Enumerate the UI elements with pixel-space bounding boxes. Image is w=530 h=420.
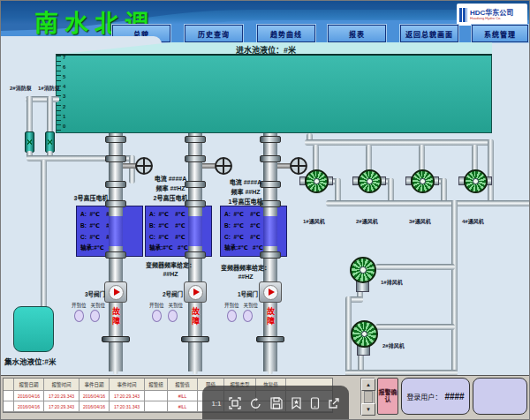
valve-indicator-2[interactable] xyxy=(184,281,207,303)
handwheel-icon xyxy=(215,157,232,175)
alarm-cell: #ILL xyxy=(168,401,198,412)
login-user-value: #### xyxy=(444,392,464,401)
aux-pump-1-label: 1#消防泵 xyxy=(38,84,60,92)
alarm-cell: 2016/04/16 xyxy=(80,391,110,401)
pump-pipe-section xyxy=(109,216,123,246)
pipe-collar xyxy=(105,136,126,143)
device-icon[interactable] xyxy=(310,397,320,409)
supply-fan-4 xyxy=(464,169,488,193)
supply-fan-4-label: 4#通风机 xyxy=(462,217,484,225)
menu-button-trend[interactable]: 趋势曲线 xyxy=(257,25,315,42)
login-user-panel: 登录用户： #### xyxy=(401,378,470,415)
close-limit-indicator xyxy=(168,310,178,322)
valve-label-2: 2号阀门 xyxy=(149,289,183,298)
exhaust-fan-2-label: 2#排风机 xyxy=(382,341,405,349)
pipe-collar xyxy=(185,136,206,143)
exhaust-fan-1 xyxy=(350,257,376,283)
vfd-setpoint-value-2: ##HZ xyxy=(133,271,208,277)
vfd-setpoint-label-2: 变频器频率给定： xyxy=(133,260,208,269)
pipe xyxy=(326,200,530,206)
spare-panel xyxy=(473,378,527,415)
alarm-cell xyxy=(145,391,168,401)
scroll-up-icon[interactable]: ▲ xyxy=(361,379,375,391)
pipe xyxy=(335,178,341,203)
viewer-toolbar-overlay: 1:1 xyxy=(202,386,349,420)
vfd-setpoint-value-1: ##HZ xyxy=(208,274,283,280)
pipe-collar xyxy=(185,251,206,259)
pipe xyxy=(375,324,455,330)
rotate-icon[interactable] xyxy=(249,397,262,410)
valve-label-1: 1号阀门 xyxy=(224,289,258,298)
supply-fan-2-label: 2#通风机 xyxy=(356,217,378,225)
intake-tank xyxy=(56,54,492,133)
crop-icon[interactable] xyxy=(229,397,241,409)
row-selector[interactable] xyxy=(4,391,14,401)
alarm-cell: 2016/04/16 xyxy=(14,401,44,412)
open-limit-indicator xyxy=(74,310,84,322)
handwheel-icon xyxy=(135,157,153,175)
current-label-2: 电流 ####A xyxy=(133,174,208,183)
menu-button-system[interactable]: 系统管理 xyxy=(472,25,528,42)
alarm-scrollbar[interactable]: ▲ ▼ xyxy=(360,378,375,415)
save-icon[interactable] xyxy=(270,397,283,409)
share-icon[interactable] xyxy=(328,397,340,409)
open-limit-label: 开到位 xyxy=(224,302,239,309)
valve-arrow-icon xyxy=(114,289,120,296)
column-header: 报警时间 xyxy=(44,379,80,391)
pipe-collar xyxy=(260,155,281,162)
aux-pump-2-label: 2#消防泵 xyxy=(10,84,32,92)
close-limit-label: 关到位 xyxy=(169,302,184,309)
motor-label-3: 3号高压电机 xyxy=(54,193,128,202)
open-limit-label: 开到位 xyxy=(149,302,164,309)
pipe xyxy=(451,200,458,375)
bookmark-star-icon[interactable] xyxy=(291,397,302,409)
menu-button-history[interactable]: 历史查询 xyxy=(185,25,243,42)
login-user-label: 登录用户： xyxy=(406,392,442,401)
valve-indicator-1[interactable] xyxy=(259,281,282,303)
scada-screen: 南水北调 HDC华东公司 Huadong Hydro Co. 总貌 历史查询 趋… xyxy=(0,0,530,420)
close-limit-label: 关到位 xyxy=(244,302,259,309)
scroll-down-icon[interactable]: ▼ xyxy=(361,403,375,416)
vfd-setpoint-label-1: 变频器频率给定： xyxy=(208,263,283,272)
alarm-ack-button[interactable]: 报警确 认 xyxy=(377,378,398,415)
fault-status-2: 故障 xyxy=(190,307,201,326)
scroll-thumb[interactable] xyxy=(364,391,373,403)
menu-button-report[interactable]: 报表 xyxy=(328,25,386,42)
alarm-cell xyxy=(145,401,168,412)
column-header: 报警组 xyxy=(145,379,168,391)
pipe-collar xyxy=(105,251,126,259)
pipe xyxy=(375,264,455,270)
gauge-number: 3 xyxy=(63,94,65,99)
column-header: 报警日期 xyxy=(14,379,44,391)
gauge-number: 7 xyxy=(63,55,65,60)
pipe xyxy=(441,178,447,203)
supply-fan-2 xyxy=(358,169,382,193)
column-header: 报警值 xyxy=(168,379,198,391)
exhaust-fan-2 xyxy=(351,320,378,348)
freq-label-2: 频率 ##HZ xyxy=(133,184,208,192)
current-label-1: 电流 ####A xyxy=(208,177,283,186)
banner-curve xyxy=(1,36,162,44)
gauge-number: 1 xyxy=(63,114,65,119)
pipe xyxy=(488,139,494,205)
pump-pipe-section xyxy=(263,216,277,246)
pipe xyxy=(47,96,53,133)
supply-fan-3-label: 3#通风机 xyxy=(409,217,431,225)
row-selector[interactable] xyxy=(4,401,14,412)
pipe xyxy=(305,139,494,146)
motor-label-2: 2号高压电机 xyxy=(133,193,208,202)
logo-bars-icon xyxy=(459,8,467,22)
fault-status-1: 故障 xyxy=(265,307,276,326)
pump-pipe-section xyxy=(188,216,202,246)
gauge-number: 5 xyxy=(63,74,65,79)
pipe-collar xyxy=(105,181,126,188)
logo-subtitle: Huadong Hydro Co. xyxy=(470,17,513,20)
gauge-number: 0 xyxy=(63,124,65,129)
open-limit-label: 开到位 xyxy=(72,302,87,309)
menu-button-return-overview[interactable]: 返回总貌画面 xyxy=(400,25,458,42)
valve-indicator-3[interactable] xyxy=(104,281,127,303)
zoom-1-1-icon[interactable]: 1:1 xyxy=(211,400,221,408)
aux-pump-2 xyxy=(25,131,34,153)
alarm-cell: 2016/04/16 xyxy=(80,401,110,412)
pipe-flange xyxy=(256,336,284,342)
